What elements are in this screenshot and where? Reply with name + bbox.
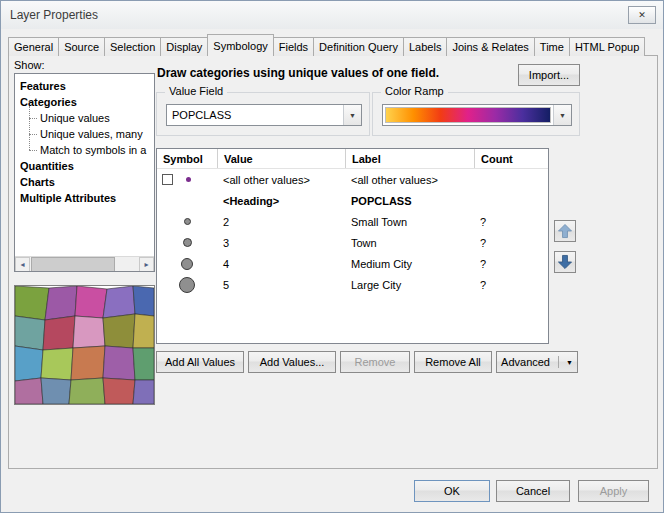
table-row[interactable]: <all other values> <all other values> bbox=[157, 169, 548, 190]
add-values-button[interactable]: Add Values... bbox=[248, 351, 336, 373]
tree-item-charts[interactable]: Charts bbox=[20, 174, 152, 190]
cancel-button[interactable]: Cancel bbox=[496, 480, 570, 502]
point-symbol-icon[interactable] bbox=[186, 177, 191, 182]
value-field-group: Value Field POPCLASS ▼ bbox=[156, 92, 370, 136]
arrow-down-icon bbox=[556, 253, 574, 271]
tab-source[interactable]: Source bbox=[58, 37, 105, 56]
close-icon: ✕ bbox=[638, 10, 646, 20]
header-symbol: Symbol bbox=[157, 149, 217, 168]
header-label: Label bbox=[345, 149, 474, 168]
ok-button[interactable]: OK bbox=[414, 480, 490, 502]
color-ramp-label: Color Ramp bbox=[381, 85, 448, 97]
color-ramp-group: Color Ramp ▼ bbox=[372, 92, 580, 136]
apply-button[interactable]: Apply bbox=[578, 480, 649, 502]
tree-item-multiple-attributes[interactable]: Multiple Attributes bbox=[20, 190, 152, 206]
tab-definition-query[interactable]: Definition Query bbox=[313, 37, 404, 56]
tree-horizontal-scrollbar[interactable]: ◂ ▸ bbox=[15, 256, 154, 271]
color-ramp-dropdown[interactable]: ▼ bbox=[382, 104, 572, 126]
table-header: Symbol Value Label Count bbox=[157, 149, 548, 169]
tree-item-unique-values[interactable]: Unique values bbox=[20, 110, 152, 126]
color-ramp-gradient bbox=[385, 107, 551, 123]
layer-properties-dialog: Layer Properties ✕ General Source Select… bbox=[0, 0, 664, 513]
chevron-down-icon: ▼ bbox=[558, 356, 573, 368]
map-preview bbox=[14, 285, 155, 405]
values-table: Symbol Value Label Count <all other valu… bbox=[156, 148, 549, 344]
tree-item-quantities[interactable]: Quantities bbox=[20, 158, 152, 174]
tab-symbology[interactable]: Symbology bbox=[207, 34, 273, 56]
tab-labels[interactable]: Labels bbox=[403, 37, 447, 56]
circle-symbol-icon[interactable] bbox=[184, 218, 191, 225]
tree-item-unique-values-many[interactable]: Unique values, many bbox=[20, 126, 152, 142]
map-preview-image bbox=[15, 286, 154, 404]
table-row[interactable]: 3 Town ? bbox=[157, 232, 548, 253]
tab-selection[interactable]: Selection bbox=[104, 37, 161, 56]
show-tree: Features Categories Unique values Unique… bbox=[14, 73, 155, 272]
tab-general[interactable]: General bbox=[8, 37, 59, 56]
remove-button[interactable]: Remove bbox=[340, 351, 410, 373]
value-field-dropdown[interactable]: POPCLASS ▼ bbox=[166, 104, 362, 126]
window-title: Layer Properties bbox=[1, 8, 98, 22]
move-down-button[interactable] bbox=[554, 251, 576, 273]
advanced-button[interactable]: Advanced ▼ bbox=[496, 351, 578, 373]
tree-item-match-symbols[interactable]: Match to symbols in a bbox=[20, 142, 152, 158]
close-button[interactable]: ✕ bbox=[628, 6, 656, 24]
chevron-down-icon[interactable]: ▼ bbox=[553, 105, 571, 125]
arrow-up-icon bbox=[556, 222, 574, 240]
add-all-values-button[interactable]: Add All Values bbox=[156, 351, 244, 373]
tab-strip: General Source Selection Display Symbolo… bbox=[8, 34, 645, 56]
header-value: Value bbox=[217, 149, 345, 168]
advanced-button-label: Advanced bbox=[501, 356, 550, 368]
all-other-values-checkbox[interactable] bbox=[162, 174, 173, 185]
tab-joins-relates[interactable]: Joins & Relates bbox=[446, 37, 534, 56]
circle-symbol-icon[interactable] bbox=[179, 277, 195, 293]
scroll-right-icon[interactable]: ▸ bbox=[139, 257, 154, 272]
tab-display[interactable]: Display bbox=[160, 37, 208, 56]
remove-all-button[interactable]: Remove All bbox=[414, 351, 492, 373]
tab-html-popup[interactable]: HTML Popup bbox=[569, 37, 645, 56]
header-count: Count bbox=[474, 149, 548, 168]
scroll-left-icon[interactable]: ◂ bbox=[15, 257, 30, 272]
circle-symbol-icon[interactable] bbox=[183, 238, 192, 247]
import-button[interactable]: Import... bbox=[518, 64, 580, 86]
value-field-value: POPCLASS bbox=[167, 105, 343, 125]
table-row[interactable]: 2 Small Town ? bbox=[157, 211, 548, 232]
table-row[interactable]: <Heading> POPCLASS bbox=[157, 190, 548, 211]
table-row[interactable]: 5 Large City ? bbox=[157, 274, 548, 295]
move-up-button[interactable] bbox=[554, 220, 576, 242]
symbology-panel: Show: Features Categories Unique values … bbox=[8, 55, 658, 469]
show-label: Show: bbox=[14, 59, 45, 71]
panel-heading: Draw categories using unique values of o… bbox=[157, 66, 439, 80]
tab-time[interactable]: Time bbox=[534, 37, 570, 56]
chevron-down-icon[interactable]: ▼ bbox=[343, 105, 361, 125]
circle-symbol-icon[interactable] bbox=[181, 258, 193, 270]
tree-item-categories[interactable]: Categories bbox=[20, 94, 152, 110]
tree-item-features[interactable]: Features bbox=[20, 78, 152, 94]
table-row[interactable]: 4 Medium City ? bbox=[157, 253, 548, 274]
tab-fields[interactable]: Fields bbox=[273, 37, 314, 56]
title-bar[interactable]: Layer Properties ✕ bbox=[1, 1, 663, 29]
scroll-thumb[interactable] bbox=[31, 257, 115, 272]
value-field-label: Value Field bbox=[165, 85, 227, 97]
